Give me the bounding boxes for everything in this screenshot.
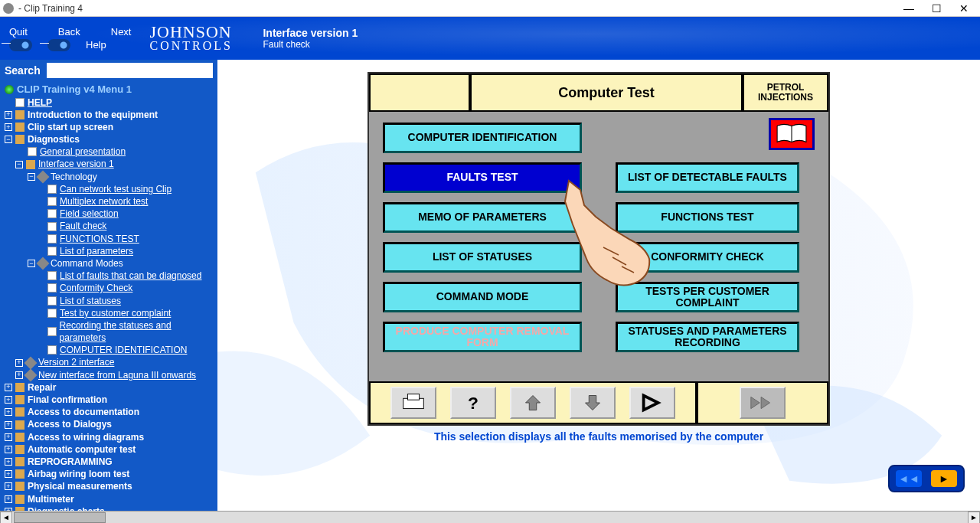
expand-icon[interactable]: + — [5, 396, 12, 404]
tree-laguna[interactable]: New interface from Laguna III onwards — [38, 369, 196, 381]
statuses-parameters-recording-button[interactable]: STATUSES AND PARAMETERS RECORDING — [616, 322, 799, 352]
tree-multiplex[interactable]: Multiplex network test — [60, 195, 148, 208]
folder-icon — [15, 407, 24, 417]
page-icon — [15, 98, 24, 107]
tree-iface1[interactable]: Interface version 1 — [38, 158, 114, 170]
panel-title: Computer Test — [470, 74, 743, 112]
conformity-check-button[interactable]: CONFORMITY CHECK — [616, 242, 799, 273]
folder-icon — [15, 507, 24, 511]
expand-icon[interactable]: + — [5, 408, 12, 416]
tree-diagcharts[interactable]: Diagnostic charts — [28, 505, 105, 511]
tree-cannet[interactable]: Can network test using Clip — [60, 183, 172, 195]
next-link[interactable]: Next — [111, 26, 132, 38]
tree-multimeter[interactable]: Multimeter — [28, 493, 74, 505]
tree-listfaults[interactable]: List of faults that can be diagnosed — [60, 270, 201, 282]
expand-icon[interactable]: + — [15, 359, 23, 367]
app-icon — [3, 3, 14, 14]
functions-test-button[interactable]: FUNCTIONS TEST — [616, 202, 799, 233]
expand-icon[interactable]: + — [5, 433, 12, 441]
page-icon — [47, 185, 57, 194]
minimize-button[interactable]: — — [902, 2, 916, 15]
tree-airbag[interactable]: Airbag wiring loom test — [28, 468, 129, 480]
expand-icon[interactable]: + — [5, 508, 12, 511]
next-button[interactable] — [629, 387, 675, 419]
computer-id-button[interactable]: COMPUTER IDENTIFICATION — [383, 123, 582, 153]
expand-icon[interactable]: + — [5, 458, 12, 466]
tree-wiring[interactable]: Access to wiring diagrams — [28, 431, 144, 443]
expand-icon[interactable]: + — [5, 482, 12, 490]
expand-icon[interactable]: + — [5, 123, 12, 131]
tree-reprog[interactable]: REPROGRAMMING — [28, 456, 113, 468]
folder-icon — [15, 445, 24, 454]
down-arrow-button[interactable] — [570, 387, 616, 419]
tree-liststat[interactable]: List of statuses — [60, 295, 121, 307]
collapse-icon[interactable]: − — [28, 173, 35, 181]
tests-customer-complaint-button[interactable]: TESTS PER CUSTOMER COMPLAINT — [616, 282, 799, 312]
list-statuses-button[interactable]: LIST OF STATUSES — [383, 242, 582, 273]
collapse-icon[interactable]: − — [5, 136, 12, 143]
tree-listparam[interactable]: List of parameters — [60, 245, 133, 257]
page-icon — [47, 296, 57, 306]
faults-test-button[interactable]: FAULTS TEST — [383, 162, 582, 193]
collapse-icon[interactable]: − — [28, 260, 35, 267]
manual-book-icon[interactable] — [769, 118, 815, 150]
scroll-left-button[interactable]: ◄ — [0, 512, 12, 524]
expand-icon[interactable]: + — [5, 384, 12, 391]
collapse-icon[interactable]: − — [15, 161, 23, 168]
tree-dialogys[interactable]: Access to Dialogys — [28, 418, 112, 430]
help-button[interactable]: ? — [450, 387, 496, 419]
computer-test-panel: Computer Test PETROL INJECTIONS COMPUTER… — [368, 72, 830, 426]
folder-icon — [15, 457, 24, 466]
expand-icon[interactable]: + — [5, 495, 12, 503]
tree-tech[interactable]: Technology — [51, 171, 97, 183]
page-icon — [47, 197, 57, 206]
tree-compid[interactable]: COMPUTER IDENTIFICATION — [60, 344, 187, 356]
expand-icon[interactable]: + — [5, 111, 12, 119]
tree-repair[interactable]: Repair — [28, 381, 56, 394]
search-input[interactable] — [47, 63, 213, 78]
scroll-right-button[interactable]: ► — [968, 512, 980, 524]
tree-accessdoc[interactable]: Access to documentation — [28, 406, 139, 418]
tree-startup[interactable]: Clip start up screen — [28, 121, 113, 133]
tree-faultcheck[interactable]: Fault check — [60, 220, 106, 232]
tree-cmdmodes[interactable]: Command Modes — [51, 257, 123, 270]
tree-general[interactable]: General presentation — [40, 145, 126, 158]
tree-diag[interactable]: Diagnostics — [28, 133, 80, 145]
expand-icon[interactable]: + — [5, 421, 12, 429]
tree-finalconf[interactable]: Final confirmation — [28, 394, 107, 406]
tree-testcust[interactable]: Test by customer complaint — [60, 307, 171, 319]
diamond-icon — [37, 257, 50, 270]
command-mode-button[interactable]: COMMAND MODE — [383, 282, 582, 312]
quit-link[interactable]: Quit — [9, 26, 28, 38]
expand-icon[interactable]: + — [15, 371, 23, 379]
media-forward-button[interactable]: ► — [931, 470, 957, 487]
horizontal-scrollbar[interactable]: ◄ ► — [0, 511, 980, 523]
globe-left-icon[interactable] — [9, 39, 32, 51]
print-button[interactable] — [390, 387, 436, 419]
close-button[interactable]: ✕ — [957, 2, 971, 15]
expand-icon[interactable]: + — [5, 470, 12, 478]
tree-confcheck[interactable]: Conformity Check — [60, 282, 132, 294]
folder-icon — [15, 395, 24, 404]
page-icon — [47, 222, 57, 231]
scroll-thumb[interactable] — [14, 512, 106, 523]
tree-help[interactable]: HELP — [28, 96, 52, 109]
back-link[interactable]: Back — [58, 26, 80, 38]
memo-parameters-button[interactable]: MEMO OF PARAMETERS — [383, 202, 582, 233]
tree-iface2[interactable]: Version 2 interface — [38, 356, 114, 368]
globe-right-icon[interactable] — [47, 39, 70, 51]
tree-fieldsel[interactable]: Field selection — [60, 208, 119, 220]
media-back-button[interactable]: ◄◄ — [896, 470, 922, 487]
maximize-button[interactable]: ☐ — [929, 2, 943, 15]
tree-functest[interactable]: FUNCTIONS TEST — [60, 233, 139, 245]
list-detectable-faults-button[interactable]: LIST OF DETECTABLE FAULTS — [616, 162, 799, 193]
tree-autotest[interactable]: Automatic computer test — [28, 443, 136, 456]
expand-icon[interactable]: + — [5, 446, 12, 453]
tree-intro[interactable]: Introduction to the equipment — [28, 109, 158, 121]
page-icon — [47, 247, 57, 256]
tree-physical[interactable]: Physical measurements — [28, 480, 132, 492]
fast-forward-button[interactable] — [740, 387, 786, 419]
up-arrow-button[interactable] — [510, 387, 556, 419]
help-link[interactable]: Help — [86, 39, 106, 51]
tree-recording[interactable]: Recording the statuses and parameters — [60, 319, 213, 344]
